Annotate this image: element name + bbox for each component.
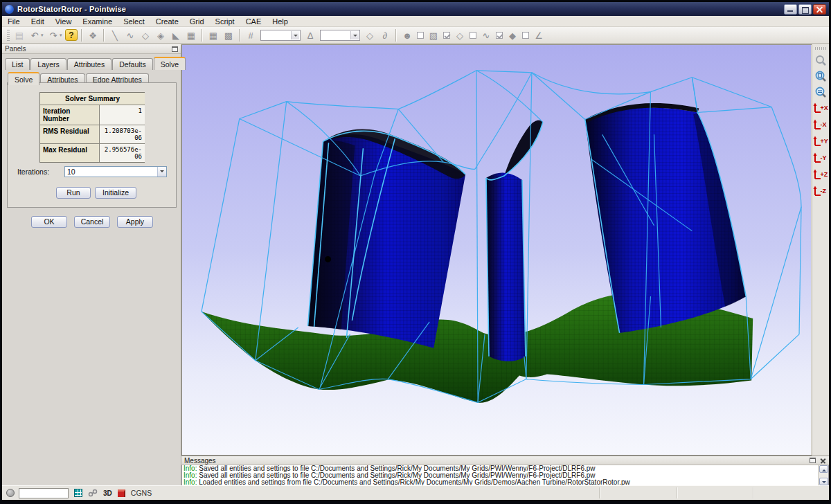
display-domain-checkbox[interactable] <box>470 32 476 39</box>
menu-view[interactable]: View <box>50 17 78 26</box>
menu-create[interactable]: Create <box>150 17 184 26</box>
solve-diamond-icon[interactable]: ◇ <box>363 28 377 42</box>
display-point-checkbox[interactable] <box>522 32 529 39</box>
menu-select[interactable]: Select <box>118 17 150 26</box>
structured-grid-icon[interactable]: ▦ <box>206 28 220 42</box>
help-icon[interactable]: ? <box>65 29 78 41</box>
scroll-up-icon[interactable] <box>819 465 828 473</box>
angle-icon[interactable]: Δ <box>303 28 317 42</box>
view-minus-z-button[interactable]: -Z <box>813 183 829 199</box>
create-unstructured-icon[interactable]: ◣ <box>169 28 183 42</box>
view-plus-x-button[interactable]: +X <box>813 100 829 116</box>
display-connector-icon[interactable]: ∿ <box>479 28 493 42</box>
menu-help[interactable]: Help <box>267 17 294 26</box>
layers-icon[interactable]: ❖ <box>86 28 100 42</box>
create-domain-icon[interactable]: ◈ <box>154 28 168 42</box>
undo-dropdown-icon[interactable]: ▾ <box>41 33 46 38</box>
angle-combobox[interactable] <box>320 30 360 41</box>
dimension-combobox[interactable] <box>260 30 301 41</box>
cancel-button[interactable]: Cancel <box>74 216 110 228</box>
dimension-indicator[interactable]: 3D <box>103 489 112 497</box>
close-panel-icon[interactable] <box>820 458 826 464</box>
view-plus-z-button[interactable]: +Z <box>813 167 829 182</box>
grid-mode-icon[interactable] <box>74 489 82 497</box>
view-minus-x-button[interactable]: -X <box>813 117 829 132</box>
link-icon[interactable] <box>88 489 98 497</box>
messages-log[interactable]: Info: Saved all entities and settings to… <box>181 465 829 486</box>
unstructured-grid-icon[interactable]: ▩ <box>222 28 235 42</box>
create-block-icon[interactable]: ▦ <box>184 28 198 42</box>
float-panel-icon[interactable] <box>172 46 178 52</box>
create-segment-icon[interactable]: ╲ <box>108 28 122 42</box>
toolbar-separator <box>103 29 105 42</box>
chevron-down-icon[interactable] <box>291 31 299 39</box>
display-block-icon[interactable]: ▧ <box>427 28 440 42</box>
toolbar-separator <box>239 29 240 42</box>
display-domain-icon[interactable]: ◇ <box>453 28 467 42</box>
initialize-button[interactable]: Initialize <box>95 187 136 199</box>
menu-cae[interactable]: CAE <box>240 17 267 26</box>
tab-list[interactable]: List <box>5 58 30 70</box>
menu-script[interactable]: Script <box>210 17 240 26</box>
display-face-icon[interactable]: ☻ <box>400 28 414 42</box>
title-bar[interactable]: RotorStatorRotor - Pointwise <box>2 2 829 16</box>
tab-layers[interactable]: Layers <box>30 58 66 70</box>
ok-button[interactable]: OK <box>31 216 67 228</box>
tab-defaults[interactable]: Defaults <box>112 58 153 70</box>
partial-derivative-icon[interactable]: ∂ <box>378 28 392 42</box>
create-spline-icon[interactable]: ∿ <box>123 28 137 42</box>
restore-button[interactable] <box>798 4 812 15</box>
window-title: RotorStatorRotor - Pointwise <box>17 5 783 13</box>
close-button[interactable] <box>813 4 826 15</box>
display-connector-checkbox[interactable] <box>496 32 503 39</box>
center-column: Messages Info: Saved all entities and se… <box>181 44 812 485</box>
display-block-checkbox[interactable] <box>443 32 450 39</box>
tab-attributes[interactable]: Attributes <box>67 58 111 70</box>
app-globe-icon <box>5 5 14 14</box>
undo-icon[interactable]: ↶ <box>28 28 42 42</box>
menu-examine[interactable]: Examine <box>77 17 118 26</box>
chevron-down-icon[interactable] <box>350 31 359 39</box>
iterations-combobox[interactable]: 10 <box>64 166 167 177</box>
turbine-mesh-scene <box>182 45 811 455</box>
menu-grid[interactable]: Grid <box>184 17 210 26</box>
redo-icon[interactable]: ↷ <box>46 28 60 42</box>
desktop: RotorStatorRotor - Pointwise File Edit V… <box>0 0 831 504</box>
view-minus-y-button[interactable]: -Y <box>813 150 829 165</box>
viewport-3d[interactable] <box>181 44 812 456</box>
axis-label: -X <box>821 121 827 128</box>
run-button[interactable]: Run <box>56 187 91 199</box>
create-connector-icon[interactable]: ◇ <box>138 28 152 42</box>
zoom-level-icon[interactable] <box>814 84 828 99</box>
chevron-down-icon[interactable] <box>157 167 166 177</box>
axis-label: -Z <box>821 188 827 195</box>
tab-solve[interactable]: Solve <box>154 57 186 70</box>
view-plus-y-button[interactable]: +Y <box>813 134 829 149</box>
messages-scrollbar[interactable] <box>818 465 828 485</box>
apply-button[interactable]: Apply <box>117 216 153 228</box>
display-face-checkbox[interactable] <box>417 32 424 39</box>
display-normal-icon[interactable]: ∠ <box>532 28 546 42</box>
menu-file[interactable]: File <box>2 17 26 26</box>
cae-solver-label[interactable]: CGNS <box>131 489 152 497</box>
dimension-hash-icon[interactable]: # <box>244 28 258 42</box>
main-toolbar: ▤ ↶▾ ↷▾ ? ❖ ╲ ∿ ◇ ◈ ◣ ▦ ▦ ▩ # Δ ◇ ∂ ☻ ▧ … <box>2 27 829 44</box>
zoom-previous-icon[interactable] <box>814 53 828 67</box>
toolbar-grip[interactable] <box>7 30 10 41</box>
display-point-icon[interactable]: ◆ <box>506 28 519 42</box>
solve-panel-body: Solver Summary Iteration Number 1 RMS Re… <box>7 82 177 208</box>
subtab-solve[interactable]: Solve <box>8 72 39 85</box>
menu-bar: File Edit View Examine Select Create Gri… <box>2 16 829 27</box>
menu-edit[interactable]: Edit <box>26 17 50 26</box>
toolbar-separator <box>81 29 82 42</box>
minimize-button[interactable] <box>784 4 797 15</box>
redo-dropdown-icon[interactable]: ▾ <box>60 33 64 38</box>
messages-title: Messages <box>184 457 216 465</box>
save-icon[interactable]: ▤ <box>12 28 26 42</box>
scroll-down-icon[interactable] <box>819 478 828 485</box>
status-input[interactable] <box>19 488 69 498</box>
float-panel-icon[interactable] <box>810 458 816 463</box>
selected-point-marker[interactable] <box>325 256 331 262</box>
zoom-box-icon[interactable] <box>814 69 828 83</box>
toolbar-grip[interactable] <box>815 47 826 50</box>
